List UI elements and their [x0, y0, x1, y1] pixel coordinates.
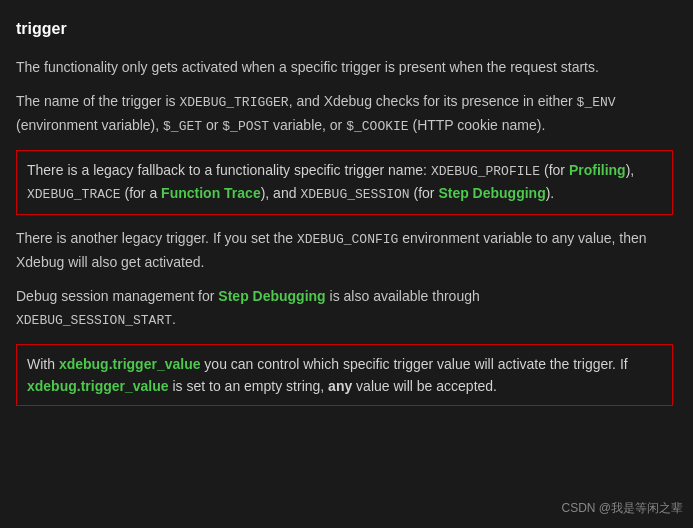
p2-text1: The name of the trigger is — [16, 93, 179, 109]
p1-text: The functionality only gets activated wh… — [16, 59, 599, 75]
highlight-box-2: With xdebug.trigger_value you can contro… — [16, 344, 673, 407]
p2-code5: $_COOKIE — [346, 119, 408, 134]
paragraph-1: The functionality only gets activated wh… — [16, 56, 673, 78]
p3-code: XDEBUG_CONFIG — [297, 232, 398, 247]
hb2-link1[interactable]: xdebug.trigger_value — [59, 356, 201, 372]
hb1-code3: XDEBUG_SESSION — [300, 187, 409, 202]
hb2-text-before: With — [27, 356, 59, 372]
p2-text4: or — [202, 117, 222, 133]
paragraph-3: There is another legacy trigger. If you … — [16, 227, 673, 273]
hb1-text-after-link1: ), — [626, 162, 635, 178]
hb1-link1[interactable]: Profiling — [569, 162, 626, 178]
p2-text5: variable, or — [269, 117, 346, 133]
hb1-text-after-code3: (for — [410, 185, 439, 201]
hb1-text-after-code1: (for — [540, 162, 569, 178]
paragraph-2: The name of the trigger is XDEBUG_TRIGGE… — [16, 90, 673, 138]
p2-code4: $_POST — [222, 119, 269, 134]
hb1-text-end: ). — [546, 185, 555, 201]
p2-code3: $_GET — [163, 119, 202, 134]
p2-text6: (HTTP cookie name). — [409, 117, 546, 133]
p2-code2: $_ENV — [577, 95, 616, 110]
paragraph-4: Debug session management for Step Debugg… — [16, 285, 673, 331]
hb2-text-middle1: you can control which specific trigger v… — [200, 356, 627, 372]
page-title: trigger — [16, 16, 673, 42]
hb2-text-end: value will be accepted. — [352, 378, 497, 394]
hb1-text-after-link2: ), and — [261, 185, 301, 201]
watermark: CSDN @我是等闲之辈 — [561, 499, 683, 518]
hb1-link2[interactable]: Function Trace — [161, 185, 261, 201]
p2-text3: (environment variable), — [16, 117, 163, 133]
p3-text-before: There is another legacy trigger. If you … — [16, 230, 297, 246]
hb2-bold-word: any — [328, 378, 352, 394]
p4-link[interactable]: Step Debugging — [218, 288, 325, 304]
hb1-text-before: There is a legacy fallback to a function… — [27, 162, 431, 178]
hb2-link2[interactable]: xdebug.trigger_value — [27, 378, 169, 394]
p4-text-middle: is also available through — [326, 288, 480, 304]
p4-code: XDEBUG_SESSION_START — [16, 313, 172, 328]
hb1-link3[interactable]: Step Debugging — [438, 185, 545, 201]
highlight-box-1: There is a legacy fallback to a function… — [16, 150, 673, 216]
p2-text2: , and Xdebug checks for its presence in … — [289, 93, 577, 109]
hb1-code1: XDEBUG_PROFILE — [431, 164, 540, 179]
p4-text-before: Debug session management for — [16, 288, 218, 304]
hb1-code2: XDEBUG_TRACE — [27, 187, 121, 202]
p4-text-end: . — [172, 311, 176, 327]
hb2-text-middle2: is set to an empty string, — [169, 378, 329, 394]
p2-code1: XDEBUG_TRIGGER — [179, 95, 288, 110]
hb1-text-after-code2: (for a — [121, 185, 161, 201]
